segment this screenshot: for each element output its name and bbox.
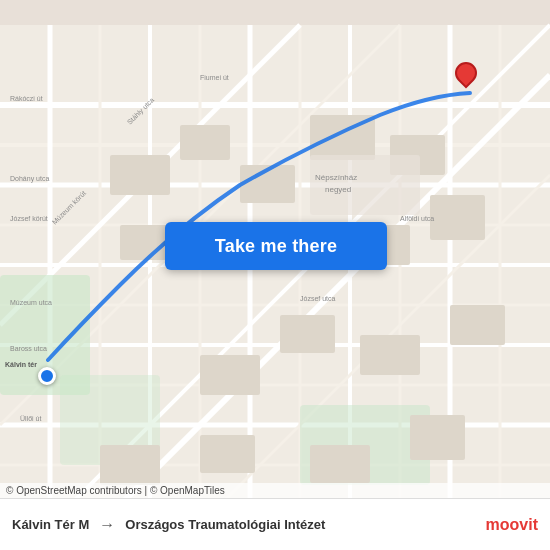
svg-rect-40 — [450, 305, 505, 345]
svg-rect-36 — [430, 195, 485, 240]
svg-rect-30 — [180, 125, 230, 160]
svg-text:Kálvin tér: Kálvin tér — [5, 361, 37, 368]
origin-label: Kálvin Tér M — [12, 517, 89, 532]
moovit-logo: moovit — [486, 516, 538, 534]
svg-text:Népszínház: Népszínház — [315, 173, 357, 182]
svg-rect-32 — [310, 115, 375, 160]
svg-text:Dohány utca: Dohány utca — [10, 175, 49, 183]
svg-text:Fiumei út: Fiumei út — [200, 74, 229, 81]
destination-label: Országos Traumatológiai Intézet — [125, 517, 485, 532]
svg-rect-34 — [120, 225, 170, 260]
svg-rect-43 — [310, 445, 370, 483]
moovit-logo-text: moovit — [486, 516, 538, 534]
svg-rect-44 — [410, 415, 465, 460]
svg-rect-29 — [110, 155, 170, 195]
svg-rect-31 — [240, 165, 295, 203]
map-container: Rákóczi út Fiumei út Dohány utca József … — [0, 0, 550, 550]
origin-marker — [38, 367, 56, 385]
attribution-text: © OpenStreetMap contributors | © OpenMap… — [6, 485, 225, 496]
svg-text:Múzeum utca: Múzeum utca — [10, 299, 52, 306]
svg-text:Alföldi utca: Alföldi utca — [400, 215, 434, 222]
svg-text:Rákóczi út: Rákóczi út — [10, 95, 43, 102]
svg-text:negyed: negyed — [325, 185, 351, 194]
destination-pin — [454, 62, 478, 92]
svg-rect-38 — [280, 315, 335, 353]
svg-text:Üllői út: Üllői út — [20, 415, 41, 422]
svg-text:Baross utca: Baross utca — [10, 345, 47, 352]
bottom-bar: Kálvin Tér M → Országos Traumatológiai I… — [0, 498, 550, 550]
svg-text:József körút: József körút — [10, 215, 48, 222]
map-attribution: © OpenStreetMap contributors | © OpenMap… — [0, 483, 550, 498]
svg-rect-41 — [100, 445, 160, 485]
svg-rect-39 — [360, 335, 420, 375]
svg-rect-37 — [200, 355, 260, 395]
svg-text:József utca: József utca — [300, 295, 336, 302]
take-me-there-button[interactable]: Take me there — [165, 222, 387, 270]
arrow-icon: → — [99, 516, 115, 534]
svg-rect-42 — [200, 435, 255, 473]
